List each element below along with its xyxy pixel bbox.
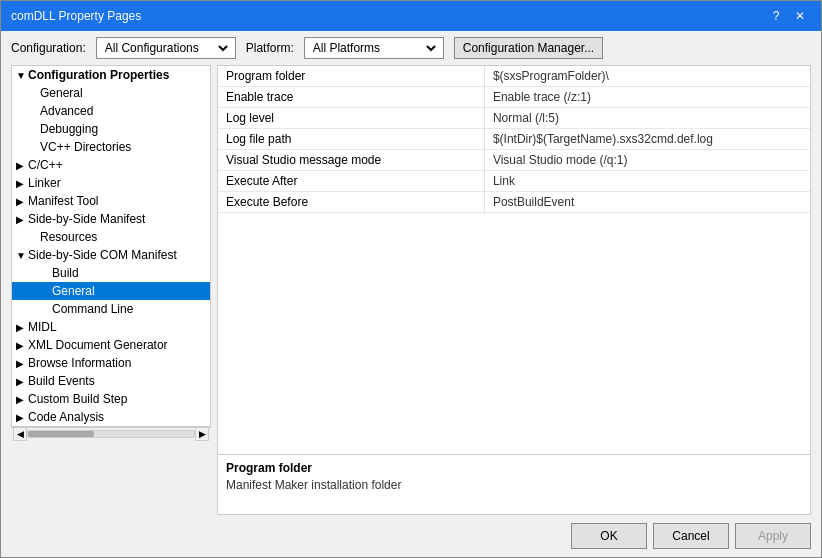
sxs-manifest-arrow-icon: ▶ bbox=[16, 214, 28, 225]
root-arrow-icon: ▼ bbox=[16, 70, 28, 81]
table-row[interactable]: Log levelNormal (/l:5) bbox=[218, 108, 810, 129]
table-row[interactable]: Execute BeforePostBuildEvent bbox=[218, 192, 810, 213]
sidebar-item-vc-dirs[interactable]: VC++ Directories bbox=[12, 138, 210, 156]
ok-button[interactable]: OK bbox=[571, 523, 647, 549]
scroll-left-btn[interactable]: ◀ bbox=[13, 427, 27, 441]
sidebar-label-code-analysis: Code Analysis bbox=[28, 410, 104, 424]
description-title: Program folder bbox=[226, 461, 802, 475]
sidebar-item-build-events[interactable]: ▶ Build Events bbox=[12, 372, 210, 390]
sidebar-item-manifest-tool[interactable]: ▶ Manifest Tool bbox=[12, 192, 210, 210]
config-dropdown[interactable]: All Configurations bbox=[101, 40, 231, 56]
dialog-title: comDLL Property Pages bbox=[11, 9, 141, 23]
sidebar-label-custom-build: Custom Build Step bbox=[28, 392, 127, 406]
sidebar-item-build[interactable]: Build bbox=[12, 264, 210, 282]
sidebar-item-command-line[interactable]: Command Line bbox=[12, 300, 210, 318]
root-label: Configuration Properties bbox=[28, 68, 169, 82]
tree-root[interactable]: ▼ Configuration Properties bbox=[12, 66, 210, 84]
sidebar-item-resources[interactable]: Resources bbox=[12, 228, 210, 246]
title-bar: comDLL Property Pages ? ✕ bbox=[1, 1, 821, 31]
prop-value: PostBuildEvent bbox=[484, 192, 810, 213]
properties-table: Program folder$(sxsProgramFolder)\Enable… bbox=[218, 66, 810, 213]
prop-value: Link bbox=[484, 171, 810, 192]
midl-arrow-icon: ▶ bbox=[16, 322, 28, 333]
prop-value: Visual Studio mode (/q:1) bbox=[484, 150, 810, 171]
sidebar-label-sub-general: General bbox=[52, 284, 95, 298]
prop-name: Program folder bbox=[218, 66, 484, 87]
config-select[interactable]: All Configurations bbox=[96, 37, 236, 59]
prop-name: Enable trace bbox=[218, 87, 484, 108]
sidebar-item-code-analysis[interactable]: ▶ Code Analysis bbox=[12, 408, 210, 426]
sidebar-item-advanced[interactable]: Advanced bbox=[12, 102, 210, 120]
apply-button[interactable]: Apply bbox=[735, 523, 811, 549]
sidebar-item-browse-info[interactable]: ▶ Browse Information bbox=[12, 354, 210, 372]
table-row[interactable]: Program folder$(sxsProgramFolder)\ bbox=[218, 66, 810, 87]
bottom-bar: OK Cancel Apply bbox=[1, 515, 821, 557]
sidebar-item-sxs-manifest[interactable]: ▶ Side-by-Side Manifest bbox=[12, 210, 210, 228]
description-area: Program folder Manifest Maker installati… bbox=[217, 455, 811, 515]
sidebar-item-sub-general[interactable]: General bbox=[12, 282, 210, 300]
prop-value: $(IntDir)$(TargetName).sxs32cmd.def.log bbox=[484, 129, 810, 150]
sxs-com-arrow-icon: ▼ bbox=[16, 250, 28, 261]
custom-build-arrow-icon: ▶ bbox=[16, 394, 28, 405]
prop-name: Execute Before bbox=[218, 192, 484, 213]
properties-area: Program folder$(sxsProgramFolder)\Enable… bbox=[217, 65, 811, 455]
title-bar-buttons: ? ✕ bbox=[765, 7, 811, 25]
sidebar-item-debugging[interactable]: Debugging bbox=[12, 120, 210, 138]
build-events-arrow-icon: ▶ bbox=[16, 376, 28, 387]
sidebar-label-resources: Resources bbox=[40, 230, 97, 244]
table-row[interactable]: Enable traceEnable trace (/z:1) bbox=[218, 87, 810, 108]
sidebar-item-xml-doc[interactable]: ▶ XML Document Generator bbox=[12, 336, 210, 354]
prop-name: Log file path bbox=[218, 129, 484, 150]
table-row[interactable]: Log file path$(IntDir)$(TargetName).sxs3… bbox=[218, 129, 810, 150]
table-row[interactable]: Execute AfterLink bbox=[218, 171, 810, 192]
scrollbar-thumb bbox=[28, 431, 94, 437]
sidebar-item-custom-build[interactable]: ▶ Custom Build Step bbox=[12, 390, 210, 408]
cpp-arrow-icon: ▶ bbox=[16, 160, 28, 171]
xml-doc-arrow-icon: ▶ bbox=[16, 340, 28, 351]
linker-arrow-icon: ▶ bbox=[16, 178, 28, 189]
table-row[interactable]: Visual Studio message modeVisual Studio … bbox=[218, 150, 810, 171]
right-panel: Program folder$(sxsProgramFolder)\Enable… bbox=[217, 65, 811, 515]
sidebar-label-build: Build bbox=[52, 266, 79, 280]
platform-label: Platform: bbox=[246, 41, 294, 55]
platform-dropdown[interactable]: All Platforms bbox=[309, 40, 439, 56]
scroll-right-btn[interactable]: ▶ bbox=[195, 427, 209, 441]
main-content: ▼ Configuration Properties General Advan… bbox=[1, 65, 821, 515]
sidebar-label-linker: Linker bbox=[28, 176, 61, 190]
config-manager-button[interactable]: Configuration Manager... bbox=[454, 37, 603, 59]
sidebar-item-midl[interactable]: ▶ MIDL bbox=[12, 318, 210, 336]
sidebar-item-sxs-com[interactable]: ▼ Side-by-Side COM Manifest bbox=[12, 246, 210, 264]
sidebar-label-command-line: Command Line bbox=[52, 302, 133, 316]
sidebar-item-linker[interactable]: ▶ Linker bbox=[12, 174, 210, 192]
sidebar-label-advanced: Advanced bbox=[40, 104, 93, 118]
prop-value: $(sxsProgramFolder)\ bbox=[484, 66, 810, 87]
sidebar-label-debugging: Debugging bbox=[40, 122, 98, 136]
sidebar-label-browse-info: Browse Information bbox=[28, 356, 131, 370]
sidebar-label-general: General bbox=[40, 86, 83, 100]
prop-name: Log level bbox=[218, 108, 484, 129]
prop-value: Enable trace (/z:1) bbox=[484, 87, 810, 108]
sidebar-item-general[interactable]: General bbox=[12, 84, 210, 102]
description-text: Manifest Maker installation folder bbox=[226, 478, 802, 492]
sidebar-item-cpp[interactable]: ▶ C/C++ bbox=[12, 156, 210, 174]
left-scrollbar[interactable]: ◀ ▶ bbox=[11, 427, 211, 439]
code-analysis-arrow-icon: ▶ bbox=[16, 412, 28, 423]
sidebar-label-midl: MIDL bbox=[28, 320, 57, 334]
manifest-tool-arrow-icon: ▶ bbox=[16, 196, 28, 207]
sidebar-label-vc-dirs: VC++ Directories bbox=[40, 140, 131, 154]
sidebar-label-sxs-com: Side-by-Side COM Manifest bbox=[28, 248, 177, 262]
scrollbar-track[interactable] bbox=[27, 430, 195, 438]
cancel-button[interactable]: Cancel bbox=[653, 523, 729, 549]
close-button[interactable]: ✕ bbox=[789, 7, 811, 25]
sidebar-label-cpp: C/C++ bbox=[28, 158, 63, 172]
prop-name: Execute After bbox=[218, 171, 484, 192]
dialog: comDLL Property Pages ? ✕ Configuration:… bbox=[0, 0, 822, 558]
left-panel: ▼ Configuration Properties General Advan… bbox=[11, 65, 211, 427]
help-button[interactable]: ? bbox=[765, 7, 787, 25]
config-label: Configuration: bbox=[11, 41, 86, 55]
platform-select[interactable]: All Platforms bbox=[304, 37, 444, 59]
sidebar-label-build-events: Build Events bbox=[28, 374, 95, 388]
config-row: Configuration: All Configurations Platfo… bbox=[1, 31, 821, 65]
sidebar-label-sxs-manifest: Side-by-Side Manifest bbox=[28, 212, 145, 226]
sidebar-label-manifest-tool: Manifest Tool bbox=[28, 194, 98, 208]
